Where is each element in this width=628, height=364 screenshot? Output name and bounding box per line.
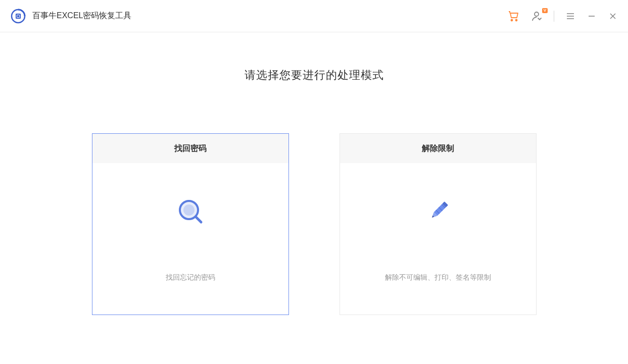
svg-point-6 (535, 12, 539, 16)
svg-rect-3 (17, 15, 19, 17)
svg-point-5 (516, 19, 517, 21)
svg-point-4 (511, 19, 513, 21)
card-recover-password[interactable]: 找回密码 找回忘记的密码 (92, 133, 289, 315)
card-title: 解除限制 (340, 134, 536, 163)
menu-icon[interactable] (565, 11, 575, 21)
card-title: 找回密码 (92, 134, 288, 163)
cart-icon[interactable] (507, 10, 519, 22)
page-heading: 请选择您要进行的处理模式 (245, 68, 384, 83)
card-desc: 找回忘记的密码 (166, 273, 215, 282)
user-icon[interactable]: V (530, 10, 543, 22)
card-remove-restriction[interactable]: 解除限制 解除不可编辑、打印 (340, 133, 537, 315)
card-body: 找回忘记的密码 (92, 163, 288, 315)
cards-container: 找回密码 找回忘记的密码 解除限制 (92, 133, 537, 315)
svg-line-15 (196, 217, 201, 222)
main: 请选择您要进行的处理模式 找回密码 找回忘记的密码 解除限制 (0, 32, 628, 315)
titlebar: 百事牛EXCEL密码恢复工具 V (0, 0, 628, 32)
close-icon[interactable] (608, 11, 618, 21)
magnifier-icon (174, 195, 207, 228)
vip-badge: V (542, 8, 548, 13)
divider (554, 11, 554, 22)
card-body: 解除不可编辑、打印、签名等限制 (340, 163, 536, 315)
pencil-icon (422, 195, 454, 228)
titlebar-right: V (507, 10, 618, 22)
app-logo (10, 8, 26, 24)
app-title: 百事牛EXCEL密码恢复工具 (32, 11, 131, 21)
minimize-icon[interactable] (587, 11, 597, 21)
card-desc: 解除不可编辑、打印、签名等限制 (385, 273, 491, 282)
titlebar-left: 百事牛EXCEL密码恢复工具 (10, 8, 131, 24)
svg-point-14 (183, 204, 195, 216)
